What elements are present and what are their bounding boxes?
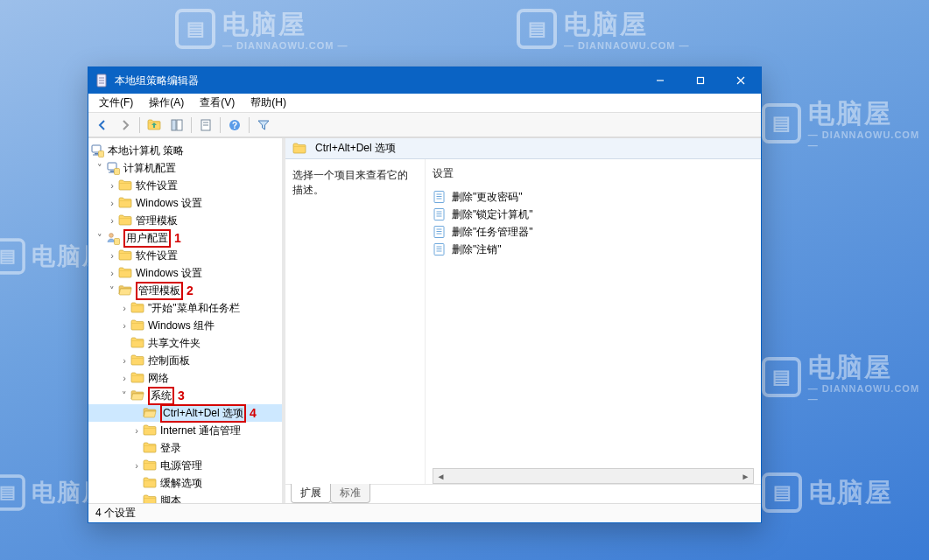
expand-toggle[interactable]: ˅ (106, 285, 118, 297)
scroll-right-button[interactable]: ► (738, 469, 753, 483)
show-hide-tree-button[interactable] (166, 116, 187, 135)
background-watermark: ▤ 电脑屋— DIANNAOWU.COM — (762, 96, 929, 150)
folder-icon (118, 196, 132, 210)
folder-icon (143, 458, 157, 472)
tree-root[interactable]: 本地计算机 策略 (88, 142, 282, 159)
properties-button[interactable] (195, 116, 216, 135)
tab-standard[interactable]: 标准 (330, 484, 370, 503)
tree-at-power[interactable]: ›电源管理 (88, 457, 282, 474)
toolbar-separator (220, 117, 221, 133)
tree-at-startmenu[interactable]: ›"开始"菜单和任务栏 (88, 299, 282, 317)
expand-toggle[interactable]: › (130, 460, 143, 471)
menu-file[interactable]: 文件(F) (92, 94, 140, 112)
close-button[interactable] (721, 67, 761, 94)
description-hint: 选择一个项目来查看它的描述。 (292, 168, 418, 198)
expand-toggle[interactable]: › (118, 320, 130, 331)
settings-column-header[interactable]: 设置 (433, 166, 754, 181)
minimize-button[interactable] (640, 67, 680, 94)
tree-pane[interactable]: 本地计算机 策略 ˅ 计算机配置 ›软件设置 ›Windows 设置 (88, 138, 285, 503)
policy-item-icon (433, 242, 447, 256)
expand-toggle[interactable]: › (118, 355, 130, 366)
horizontal-scrollbar[interactable]: ◄ ► (433, 468, 754, 484)
tree-at-shared[interactable]: 共享文件夹 (88, 334, 282, 352)
tree-computer-config[interactable]: ˅ 计算机配置 (88, 159, 282, 177)
setting-item[interactable]: 删除"更改密码" (433, 188, 754, 206)
tree-uc-software[interactable]: ›软件设置 (88, 247, 282, 264)
tree-cc-software[interactable]: ›软件设置 (88, 177, 282, 194)
app-icon (95, 74, 109, 88)
titlebar[interactable]: 本地组策略编辑器 (88, 67, 761, 94)
toolbar: ? (88, 113, 761, 137)
expand-toggle[interactable]: › (106, 250, 118, 261)
back-button[interactable] (92, 116, 113, 135)
menu-action[interactable]: 操作(A) (142, 94, 191, 112)
background-watermark: ▤ 电脑屋 (762, 472, 893, 513)
watermark-icon: ▤ (762, 357, 801, 397)
user-config-icon (106, 231, 120, 245)
status-bar: 4 个设置 (88, 503, 761, 522)
expand-toggle[interactable]: ˅ (94, 233, 106, 244)
setting-item[interactable]: 删除"锁定计算机" (433, 206, 754, 223)
forward-button[interactable] (115, 116, 136, 135)
expand-toggle[interactable]: › (130, 425, 143, 436)
tree-uc-windows[interactable]: ›Windows 设置 (88, 264, 282, 282)
folder-icon (143, 476, 157, 490)
tree-at-internetcomm[interactable]: ›Internet 通信管理 (88, 422, 282, 439)
tree-label: 管理模板 (136, 282, 183, 300)
tree-label: Windows 设置 (136, 196, 202, 211)
expand-toggle[interactable]: ˅ (118, 390, 130, 402)
tree-at-logon[interactable]: 登录 (88, 439, 282, 457)
tree-at-wincomp[interactable]: ›Windows 组件 (88, 317, 282, 334)
gpedit-window: 本地组策略编辑器 文件(F) 操作(A) 查看(V) 帮助(H) ? (88, 66, 762, 523)
help-button[interactable]: ? (224, 116, 245, 135)
setting-item[interactable]: 删除"注销" (433, 241, 754, 258)
tab-extended[interactable]: 扩展 (291, 484, 331, 503)
tree-user-config[interactable]: ˅ 用户配置 1 (88, 229, 282, 247)
expand-toggle[interactable]: › (106, 215, 118, 226)
menu-view[interactable]: 查看(V) (193, 94, 242, 112)
toolbar-separator (191, 117, 192, 133)
maximize-button[interactable] (680, 67, 721, 94)
content-pane: Ctrl+Alt+Del 选项 选择一个项目来查看它的描述。 设置 删除"更改密… (285, 138, 761, 503)
tree-at-network[interactable]: ›网络 (88, 369, 282, 387)
folder-open-icon (118, 284, 132, 298)
menu-help[interactable]: 帮助(H) (243, 94, 293, 112)
expand-toggle[interactable]: › (106, 180, 118, 191)
folder-icon (118, 266, 132, 280)
policy-item-icon (433, 207, 447, 221)
status-text: 4 个设置 (95, 506, 136, 521)
watermark-icon: ▤ (517, 9, 557, 49)
expand-toggle[interactable]: › (118, 303, 130, 313)
setting-item[interactable]: 删除"任务管理器" (433, 223, 754, 241)
description-column: 选择一个项目来查看它的描述。 (285, 159, 426, 484)
tree-uc-admin-templates[interactable]: ˅ 管理模板 2 (88, 282, 282, 299)
tree-cc-windows[interactable]: ›Windows 设置 (88, 194, 282, 212)
up-button[interactable] (144, 116, 165, 135)
tree-at-ctrlaltdel[interactable]: Ctrl+Alt+Del 选项 4 (88, 404, 282, 422)
tree-label: 脚本 (160, 494, 181, 504)
settings-list[interactable]: 删除"更改密码" 删除"锁定计算机" 删除"任务管理器" 删除"注销" (433, 188, 754, 465)
tree-label: 系统 (148, 387, 174, 405)
content-heading: Ctrl+Alt+Del 选项 (285, 138, 761, 159)
tree-label: 控制面板 (148, 354, 190, 368)
annotation-number: 2 (187, 284, 194, 298)
scroll-left-button[interactable]: ◄ (433, 469, 448, 483)
tree-at-controlpanel[interactable]: ›控制面板 (88, 352, 282, 369)
expand-toggle[interactable]: › (118, 373, 130, 383)
background-watermark: ▤ 电脑屋— DIANNAOWU.COM — (517, 7, 690, 51)
watermark-icon: ▤ (762, 472, 802, 513)
policy-item-icon (433, 225, 447, 239)
tree-at-mitigation[interactable]: 缓解选项 (88, 474, 282, 492)
tree-at-scripts[interactable]: 脚本 (88, 492, 282, 503)
policy-root-icon (90, 144, 104, 158)
expand-toggle[interactable]: ˅ (94, 163, 106, 174)
expand-toggle[interactable]: › (106, 198, 118, 208)
tree-label: 本地计算机 策略 (108, 144, 184, 158)
tree-at-system[interactable]: ˅ 系统 3 (88, 387, 282, 404)
policy-item-icon (433, 190, 447, 204)
tree-cc-admin-templates[interactable]: ›管理模板 (88, 212, 282, 229)
expand-toggle[interactable]: › (106, 268, 118, 278)
tree-label: 软件设置 (136, 178, 178, 193)
tree-label: 网络 (148, 371, 169, 386)
filter-button[interactable] (253, 116, 274, 135)
